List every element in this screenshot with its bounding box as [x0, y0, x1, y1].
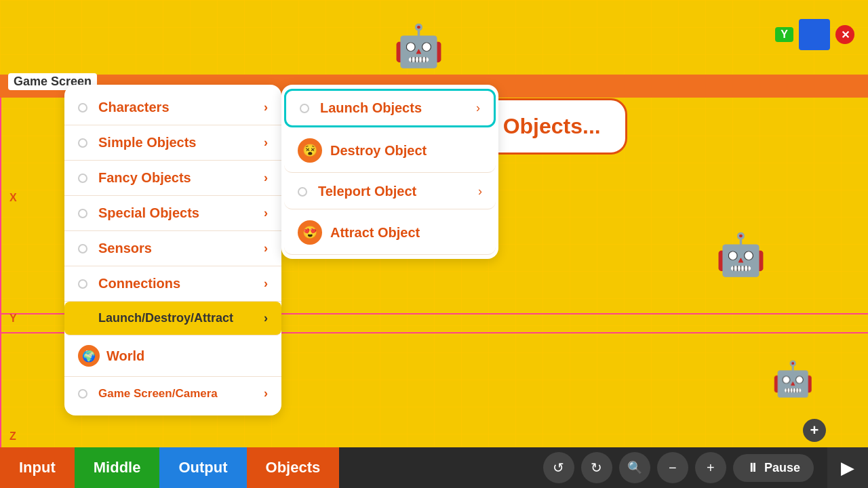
redo-button[interactable]: ↻: [581, 452, 612, 483]
sidebar-dot-simple-objects: [78, 138, 87, 148]
tab-objects[interactable]: Objects: [247, 447, 340, 488]
undo-button[interactable]: ↺: [543, 452, 574, 483]
sidebar-chevron-simple-objects: ›: [264, 136, 268, 150]
submenu-item-attract-object[interactable]: 😍 Attract Object: [284, 211, 496, 255]
sidebar-item-fancy-objects[interactable]: Fancy Objects ›: [64, 161, 281, 196]
z-axis-marker: Z: [9, 430, 16, 443]
sidebar-item-launch-destroy-attract[interactable]: Launch/Destroy/Attract ›: [64, 302, 281, 336]
sidebar-chevron-connections: ›: [264, 277, 268, 291]
submenu-label-destroy-object: Destroy Object: [330, 143, 482, 159]
submenu-chevron-launch-objects: ›: [476, 101, 480, 115]
blue-square-icon: [799, 19, 830, 50]
submenu-dot-launch-objects: [300, 104, 309, 113]
sidebar-item-characters[interactable]: Characters ›: [64, 90, 281, 125]
sprite-character-2: 🤖: [772, 359, 814, 399]
sidebar-chevron-fancy-objects: ›: [264, 171, 268, 185]
sidebar-dot-special-objects: [78, 209, 87, 218]
sidebar-label-connections: Connections: [98, 276, 264, 291]
sidebar-chevron-characters: ›: [264, 100, 268, 115]
sidebar-dot-game-screen-camera: [78, 389, 87, 399]
sidebar-chevron-sensors: ›: [264, 241, 268, 256]
submenu-label-attract-object: Attract Object: [330, 225, 482, 241]
sidebar-item-simple-objects[interactable]: Simple Objects ›: [64, 125, 281, 161]
submenu-launch-destroy-attract: Launch Objects › 😵 Destroy Object Telepo…: [281, 85, 498, 259]
guide-line-vertical-1: [0, 75, 1, 447]
submenu-item-teleport-object[interactable]: Teleport Object ›: [284, 174, 496, 209]
sidebar-label-characters: Characters: [98, 100, 264, 115]
submenu-label-launch-objects: Launch Objects: [320, 100, 476, 116]
sidebar-dot-fancy-objects: [78, 174, 87, 183]
submenu-item-destroy-object[interactable]: 😵 Destroy Object: [284, 129, 496, 173]
pause-label: Pause: [764, 461, 800, 475]
sidebar-label-simple-objects: Simple Objects: [98, 135, 264, 150]
tab-output[interactable]: Output: [159, 447, 246, 488]
sidebar-label-launch-destroy-attract: Launch/Destroy/Attract: [98, 311, 264, 325]
sprite-robot: 🤖: [715, 230, 766, 279]
sidebar-item-connections[interactable]: Connections ›: [64, 266, 281, 302]
tab-input[interactable]: Input: [0, 447, 75, 488]
sidebar-label-game-screen-camera: Game Screen/Camera: [98, 387, 264, 401]
sidebar-chevron-game-screen-camera: ›: [264, 386, 268, 401]
sidebar-label-special-objects: Special Objects: [98, 205, 264, 221]
sidebar-item-game-screen-camera[interactable]: Game Screen/Camera ›: [64, 377, 281, 410]
sidebar-chevron-special-objects: ›: [264, 206, 268, 220]
add-button[interactable]: +: [803, 419, 826, 442]
y-axis-marker: Y: [9, 312, 17, 325]
destroy-object-icon: 😵: [298, 138, 322, 163]
close-button[interactable]: ✕: [835, 25, 854, 44]
sidebar-dot-characters: [78, 103, 87, 113]
sidebar-label-world: World: [106, 348, 268, 364]
play-button[interactable]: ▶: [827, 447, 868, 488]
submenu-item-launch-objects[interactable]: Launch Objects ›: [284, 89, 496, 127]
sidebar-item-sensors[interactable]: Sensors ›: [64, 231, 281, 266]
sidebar-chevron-launch-destroy-attract: ›: [264, 311, 268, 325]
sidebar-dot-launch-destroy-attract: [78, 314, 87, 323]
pause-icon: ⏸: [747, 461, 759, 475]
play-icon: ▶: [841, 458, 854, 479]
sidebar-label-sensors: Sensors: [98, 241, 264, 256]
submenu-label-teleport-object: Teleport Object: [318, 184, 478, 199]
submenu-chevron-teleport-object: ›: [478, 184, 482, 199]
zoom-in-button[interactable]: +: [695, 452, 726, 483]
sidebar-menu: Characters › Simple Objects › Fancy Obje…: [64, 85, 281, 415]
search-button[interactable]: 🔍: [619, 452, 650, 483]
robot-character: 🤖: [393, 22, 444, 70]
top-right-ui: Y ✕: [775, 19, 854, 50]
tab-middle[interactable]: Middle: [75, 447, 160, 488]
zoom-out-button[interactable]: −: [657, 452, 688, 483]
sidebar-dot-sensors: [78, 244, 87, 253]
sidebar-label-fancy-objects: Fancy Objects: [98, 170, 264, 186]
attract-object-icon: 😍: [298, 220, 322, 245]
y-badge: Y: [775, 27, 793, 42]
sidebar-item-special-objects[interactable]: Special Objects ›: [64, 196, 281, 231]
pause-button[interactable]: ⏸ Pause: [733, 454, 814, 482]
world-icon: 🌍: [78, 345, 100, 367]
sidebar-item-world[interactable]: 🌍 World: [64, 336, 281, 377]
sidebar-dot-connections: [78, 279, 87, 289]
submenu-dot-teleport-object: [298, 187, 307, 197]
toolbar-controls: ↺ ↻ 🔍 − + ⏸ Pause: [543, 452, 814, 483]
bottom-toolbar: Input Middle Output Objects ↺ ↻ 🔍 − + ⏸ …: [0, 447, 868, 488]
x-axis-marker: X: [9, 192, 17, 204]
